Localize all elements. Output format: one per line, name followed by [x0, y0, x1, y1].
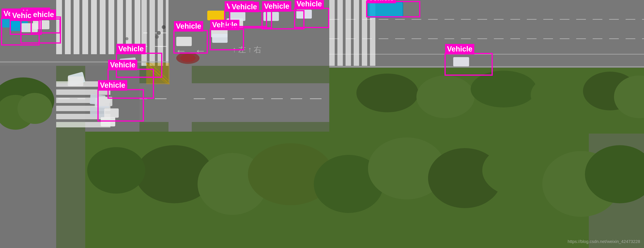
bbox-label-9: Vehicle	[210, 20, 240, 30]
bbox-label-13: Vehicle	[294, 0, 324, 9]
bbox-label-8: Vehicle	[174, 21, 203, 32]
bbox-vehicle-2: Vehicle	[20, 16, 61, 44]
detections-container: Vehicle Vehicle Vehicle ehicle Vehicle V…	[0, 0, 644, 248]
bbox-label-12: Vehicle	[262, 1, 291, 12]
bbox-vehicle-5: Vehicle	[116, 53, 162, 78]
bbox-vehicle-15: Vehicle	[366, 1, 420, 18]
bbox-label-7: Vehicle	[98, 80, 127, 90]
bbox-vehicle-3: Vehicle	[10, 19, 42, 35]
bbox-vehicle-1: Vehicle	[1, 18, 40, 46]
detection-scene: ↑ ↑ ↑ 左 ↑ 右	[0, 0, 644, 248]
bbox-label-3: Vehicle	[10, 10, 40, 21]
bbox-label-10: Vehicle	[225, 1, 254, 12]
bbox-vehicle-4: ehicle	[30, 18, 60, 34]
watermark: https://blog.csdn.net/weixin_42473228	[568, 239, 640, 244]
bbox-vehicle-7: Vehicle	[98, 89, 144, 122]
bbox-label-11: Vehicle	[230, 2, 259, 12]
bbox-vehicle-9: Vehicle	[210, 29, 244, 50]
bbox-vehicle-8: Vehicle	[173, 30, 208, 54]
bbox-label-2: Vehicle	[21, 8, 50, 18]
bbox-label-4: ehicle	[31, 10, 56, 20]
bbox-label-1: Vehicle	[2, 8, 31, 19]
bbox-vehicle-11: Vehicle	[229, 11, 272, 28]
bbox-vehicle-10: Vehicle	[224, 10, 267, 27]
bbox-vehicle-6: Vehicle	[108, 69, 154, 99]
bbox-vehicle-12: Vehicle	[262, 10, 304, 30]
bbox-label-6: Vehicle	[108, 60, 137, 70]
bbox-vehicle-14: Vehicle	[444, 53, 493, 76]
bbox-label-15: Vehicle	[367, 0, 396, 3]
bbox-vehicle-13: Vehicle	[294, 8, 329, 28]
bbox-label-5: Vehicle	[116, 44, 146, 54]
bbox-label-14: Vehicle	[445, 44, 474, 54]
